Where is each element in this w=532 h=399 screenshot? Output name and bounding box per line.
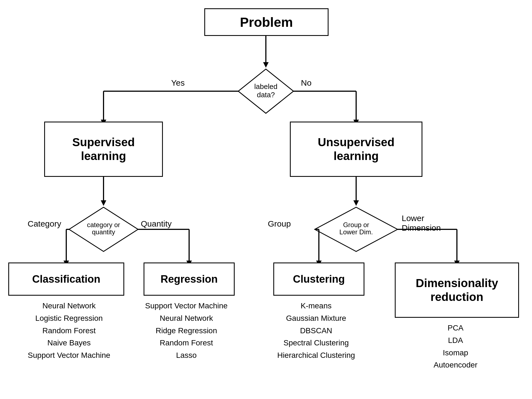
dimensionality-item-2: LDA <box>387 334 525 347</box>
clustering-item-5: Hierarchical Clustering <box>254 349 378 362</box>
clustering-item-1: K-means <box>254 300 378 312</box>
svg-text:No: No <box>301 78 311 87</box>
regression-subitems: Support Vector Machine Neural Network Ri… <box>127 300 246 362</box>
regression-item-4: Random Forest <box>127 337 246 349</box>
supervised-box: Supervisedlearning <box>44 122 163 177</box>
regression-box: Regression <box>144 262 235 296</box>
problem-label: Problem <box>240 15 293 30</box>
classification-label: Classification <box>32 273 100 285</box>
svg-text:Group: Group <box>268 219 291 228</box>
regression-item-3: Ridge Regression <box>127 325 246 337</box>
svg-text:Lower: Lower <box>402 214 424 223</box>
svg-text:Category: Category <box>28 219 61 228</box>
svg-marker-19 <box>353 200 359 206</box>
clustering-subitems: K-means Gaussian Mixture DBSCAN Spectral… <box>254 300 378 362</box>
svg-text:Yes: Yes <box>171 78 185 87</box>
dimensionality-subitems: PCA LDA Isomap Autoencoder <box>387 322 525 371</box>
clustering-box: Clustering <box>273 262 364 296</box>
clustering-item-3: DBSCAN <box>254 325 378 337</box>
classification-item-4: Naive Bayes <box>6 337 133 349</box>
problem-box: Problem <box>204 8 329 36</box>
unsupervised-label: Unsupervisedlearning <box>318 135 395 163</box>
svg-text:Dimension: Dimension <box>402 223 441 232</box>
svg-text:Group or: Group or <box>343 221 369 229</box>
dimensionality-item-1: PCA <box>387 322 525 334</box>
svg-marker-1 <box>263 62 269 68</box>
classification-subitems: Neural Network Logistic Regression Rando… <box>6 300 133 362</box>
clustering-label: Clustering <box>293 273 345 285</box>
regression-item-1: Support Vector Machine <box>127 300 246 312</box>
regression-item-2: Neural Network <box>127 312 246 325</box>
svg-text:quantity: quantity <box>92 228 115 236</box>
clustering-item-2: Gaussian Mixture <box>254 312 378 325</box>
flowchart-diagram: Yes No labeled data? Category Quantity c… <box>0 0 532 399</box>
dimensionality-item-4: Autoencoder <box>387 359 525 371</box>
classification-item-2: Logistic Regression <box>6 312 133 325</box>
svg-marker-10 <box>101 200 106 206</box>
classification-item-5: Support Vector Machine <box>6 349 133 362</box>
dimensionality-box: Dimensionalityreduction <box>395 262 519 318</box>
svg-text:labeled: labeled <box>254 82 277 91</box>
supervised-label: Supervisedlearning <box>72 135 135 163</box>
svg-text:category or: category or <box>87 221 120 229</box>
regression-item-5: Lasso <box>127 349 246 362</box>
svg-text:Lower Dim.: Lower Dim. <box>339 228 373 236</box>
svg-text:Quantity: Quantity <box>141 219 172 228</box>
unsupervised-box: Unsupervisedlearning <box>290 122 422 177</box>
regression-label: Regression <box>161 273 218 285</box>
clustering-item-4: Spectral Clustering <box>254 337 378 349</box>
classification-box: Classification <box>8 262 124 296</box>
svg-text:data?: data? <box>257 91 275 99</box>
classification-item-1: Neural Network <box>6 300 133 312</box>
dimensionality-label: Dimensionalityreduction <box>416 276 498 304</box>
dimensionality-item-3: Isomap <box>387 347 525 359</box>
classification-item-3: Random Forest <box>6 325 133 337</box>
